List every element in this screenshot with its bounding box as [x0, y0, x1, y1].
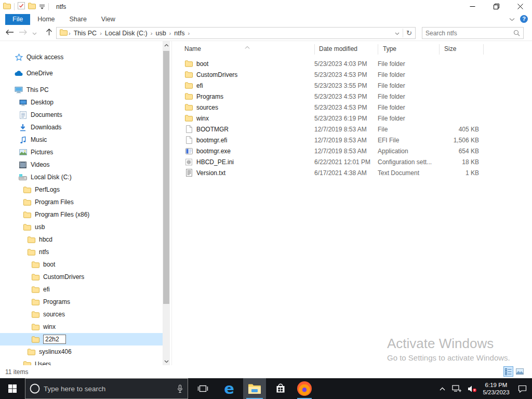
sidebar-item-downloads[interactable]: Downloads — [0, 121, 163, 134]
file-row-efi[interactable]: efi5/23/2023 3:55 PMFile folder — [172, 80, 532, 91]
cortana-icon[interactable] — [25, 383, 41, 394]
back-icon[interactable] — [5, 28, 14, 37]
scrollbar-thumb[interactable] — [163, 51, 169, 304]
sidebar-item-program-files[interactable]: Program Files — [0, 196, 163, 208]
column-separator[interactable] — [314, 44, 315, 55]
file-row-winx[interactable]: winx5/23/2023 6:19 PMFile folder — [172, 113, 532, 124]
sidebar-item-hbcd[interactable]: hbcd — [0, 233, 163, 246]
column-separator[interactable] — [439, 44, 440, 55]
sidebar-item-programs[interactable]: Programs — [0, 296, 163, 308]
sidebar-item-music[interactable]: Music — [0, 134, 163, 146]
edge-button[interactable]: e — [217, 378, 241, 399]
taskbar-search-input[interactable] — [41, 385, 177, 393]
breadcrumb-segment-ntfs[interactable]: ntfs — [172, 30, 187, 37]
tree-scrollbar[interactable] — [163, 41, 170, 365]
breadcrumb-chevron-icon[interactable]: › — [187, 30, 191, 36]
explorer-search-input[interactable] — [422, 30, 513, 37]
ribbon-tab-view[interactable]: View — [94, 14, 123, 25]
file-row-sources[interactable]: sources5/23/2023 4:53 PMFile folder — [172, 102, 532, 113]
breadcrumb-chevron-icon[interactable]: › — [168, 30, 172, 36]
scroll-up-icon[interactable] — [163, 41, 170, 49]
explorer-search-box[interactable] — [422, 27, 524, 39]
file-row-customdrivers[interactable]: CustomDrivers5/23/2023 4:53 PMFile folde… — [172, 69, 532, 80]
rename-input[interactable] — [43, 335, 66, 344]
volume-muted-icon[interactable] — [464, 378, 480, 399]
qat-customize-icon[interactable] — [39, 2, 45, 11]
restore-button[interactable] — [484, 0, 508, 13]
column-header-date[interactable]: Date modified — [319, 45, 357, 52]
scroll-down-icon[interactable] — [163, 357, 170, 365]
start-button[interactable] — [0, 378, 25, 399]
file-row-bootmgr-exe[interactable]: bootmgr.exe12/7/2019 8:53 AMApplication6… — [172, 145, 532, 156]
sidebar-item-sources[interactable]: sources — [0, 308, 163, 321]
sidebar-item-usb[interactable]: usb — [0, 221, 163, 233]
action-center-icon[interactable] — [512, 378, 532, 399]
taskbar-clock[interactable]: 6:19 PM 5/23/2023 — [480, 378, 512, 399]
breadcrumb-chevron-icon[interactable]: › — [150, 30, 154, 36]
file-row-programs[interactable]: Programs5/23/2023 4:53 PMFile folder — [172, 91, 532, 102]
network-icon[interactable] — [449, 378, 464, 399]
help-icon[interactable]: ? — [520, 15, 528, 23]
taskbar-search-box[interactable] — [25, 378, 188, 399]
column-separator[interactable] — [378, 44, 378, 55]
close-button[interactable] — [508, 0, 532, 13]
breadcrumb-segment-local-disk-c[interactable]: Local Disk (C:) — [103, 30, 150, 37]
recent-locations-icon[interactable] — [32, 28, 37, 37]
sidebar-item-documents[interactable]: Documents — [0, 109, 163, 121]
sidebar-item-syslinux406[interactable]: syslinux406 — [0, 345, 163, 358]
thumbnail-view-button[interactable] — [515, 366, 525, 377]
file-row-bootmgr-efi[interactable]: bootmgr.efi12/7/2019 8:53 AMEFI File1,50… — [172, 135, 532, 145]
sidebar-item-desktop[interactable]: Desktop — [0, 96, 163, 109]
expand-ribbon-icon[interactable] — [509, 14, 515, 23]
search-icon[interactable] — [513, 30, 523, 36]
column-header-type[interactable]: Type — [383, 45, 396, 52]
up-icon[interactable] — [46, 28, 52, 38]
microphone-icon[interactable] — [177, 384, 188, 393]
sidebar-item-22h2[interactable] — [0, 333, 163, 345]
sidebar-item-perflogs[interactable]: PerfLogs — [0, 183, 163, 196]
sidebar-item-pictures[interactable]: Pictures — [0, 146, 163, 158]
breadcrumb-segment-usb[interactable]: usb — [153, 30, 168, 37]
sidebar-item-users[interactable]: Users — [0, 358, 163, 365]
sidebar-item-local-disk-c[interactable]: Local Disk (C:) — [0, 171, 163, 183]
sidebar-item-customdrivers[interactable]: CustomDrivers — [0, 271, 163, 283]
column-separator[interactable] — [483, 44, 484, 55]
ribbon-tab-share[interactable]: Share — [62, 14, 94, 25]
this-pc-icon — [15, 86, 23, 94]
qat-properties-icon[interactable] — [18, 2, 25, 11]
sidebar-item-winx[interactable]: winx — [0, 321, 163, 333]
qat-new-folder-icon[interactable] — [28, 2, 36, 11]
file-row-bootmgr[interactable]: BOOTMGR12/7/2019 8:53 AMFile405 KB — [172, 124, 532, 135]
file-explorer-button[interactable] — [243, 378, 266, 399]
details-view-button[interactable] — [503, 366, 513, 377]
sidebar-item-program-files-x86[interactable]: Program Files (x86) — [0, 208, 163, 221]
ribbon-tab-home[interactable]: Home — [30, 14, 62, 25]
hidden-icons-chevron[interactable] — [435, 378, 449, 399]
column-header-name[interactable]: Name — [184, 45, 201, 52]
sidebar-item-efi[interactable]: efi — [0, 283, 163, 296]
file-row-version-txt[interactable]: Version.txt6/17/2021 4:38 AMText Documen… — [172, 167, 532, 178]
sidebar-item-onedrive[interactable]: OneDrive — [0, 67, 163, 79]
store-button[interactable] — [269, 378, 292, 399]
firefox-button[interactable] — [293, 378, 316, 399]
sidebar-item-videos[interactable]: Videos — [0, 158, 163, 171]
sidebar-item-quick-access[interactable]: Quick access — [0, 51, 163, 63]
sidebar-item-label: syslinux406 — [39, 348, 72, 355]
column-header-size[interactable]: Size — [444, 45, 456, 52]
ribbon-tab-file[interactable]: File — [5, 14, 30, 25]
sidebar-item-this-pc[interactable]: This PC — [0, 84, 163, 96]
sidebar-item-ntfs[interactable]: ntfs — [0, 246, 163, 258]
address-breadcrumb-box[interactable]: ›This PC›Local Disk (C:)›usb›ntfs› ↻ — [56, 27, 416, 39]
forward-icon[interactable] — [19, 28, 28, 37]
refresh-icon[interactable]: ↻ — [406, 29, 414, 37]
sidebar-item-boot[interactable]: boot — [0, 258, 163, 271]
file-row-boot[interactable]: boot5/23/2023 4:03 PMFile folder — [172, 58, 532, 69]
file-row-hbcd-pe-ini[interactable]: HBCD_PE.ini6/22/2021 12:01 PMConfigurati… — [172, 156, 532, 167]
folder-icon — [185, 104, 193, 111]
breadcrumb-chevron-icon[interactable]: › — [68, 30, 72, 36]
breadcrumb-segment-this-pc[interactable]: This PC — [72, 30, 99, 37]
minimize-button[interactable] — [460, 0, 484, 13]
breadcrumb-chevron-icon[interactable]: › — [99, 30, 103, 36]
address-dropdown-icon[interactable] — [395, 30, 400, 37]
task-view-button[interactable] — [191, 378, 214, 399]
